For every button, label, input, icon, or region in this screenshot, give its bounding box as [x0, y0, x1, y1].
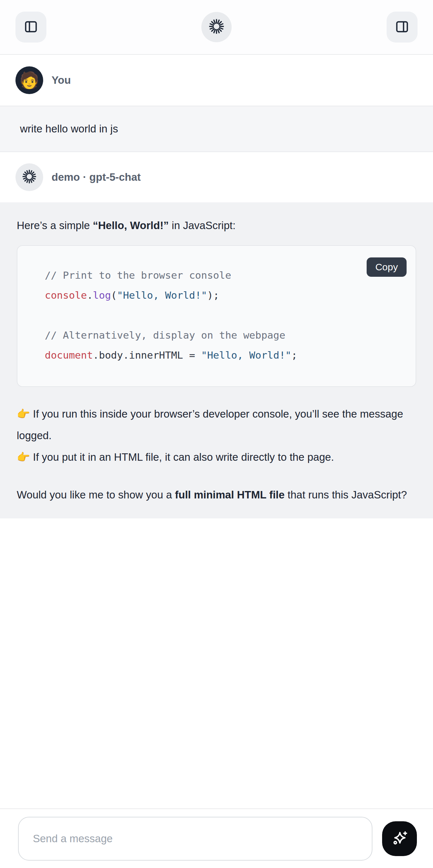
starburst-icon — [208, 18, 225, 36]
assistant-message-body: Here’s a simple “Hello, World!” in JavaS… — [0, 202, 433, 519]
code-block: Copy // Print to the browser consolecons… — [17, 245, 416, 387]
user-avatar: 🧑 — [16, 66, 43, 94]
panel-right-icon — [395, 19, 409, 35]
top-bar — [0, 0, 433, 55]
app-logo — [202, 12, 231, 42]
person-emoji: 🧑 — [19, 72, 39, 88]
intro-paragraph: Here’s a simple “Hello, World!” in JavaS… — [17, 215, 416, 236]
user-message-body: write hello world in js — [0, 106, 433, 152]
tips-paragraph: 👉 If you run this inside your browser’s … — [17, 403, 416, 468]
user-author-label: You — [52, 74, 71, 86]
followup-paragraph: Would you like me to show you a full min… — [17, 484, 416, 505]
send-button[interactable] — [382, 821, 417, 856]
message-input[interactable] — [18, 817, 372, 861]
sidebar-toggle-button[interactable] — [16, 11, 47, 42]
starburst-icon — [22, 169, 37, 186]
code-content: // Print to the browser consoleconsole.l… — [45, 265, 403, 365]
user-message-text: write hello world in js — [20, 123, 118, 135]
sparkle-plus-icon — [390, 829, 409, 849]
composer-bar — [0, 808, 433, 868]
user-message: 🧑 You write hello world in js — [0, 55, 433, 152]
user-message-header: 🧑 You — [0, 55, 433, 106]
assistant-message-header: demo · gpt-5-chat — [0, 152, 433, 202]
copy-code-button[interactable]: Copy — [367, 257, 407, 277]
assistant-author-label: demo · gpt-5-chat — [52, 171, 141, 183]
assistant-message: demo · gpt-5-chat Here’s a simple “Hello… — [0, 152, 433, 519]
chat-app: 🧑 You write hello world in js demo · gpt… — [0, 0, 433, 868]
panel-left-icon — [24, 19, 38, 35]
chat-empty-space — [0, 519, 433, 808]
right-panel-toggle-button[interactable] — [386, 11, 417, 42]
assistant-avatar — [16, 163, 43, 191]
